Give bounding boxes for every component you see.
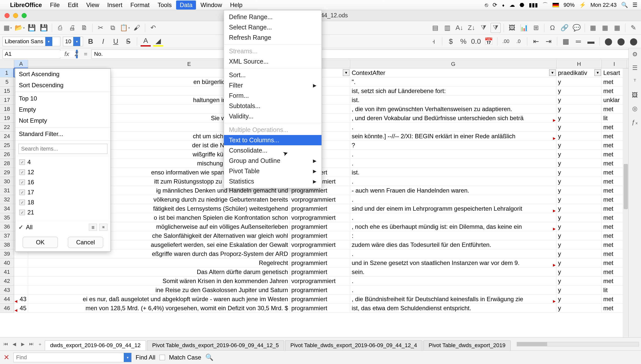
cell[interactable]: Das Altern dürfte darum genetisch (28, 267, 290, 276)
menu-edit[interactable]: Edit (64, 1, 82, 10)
row-header[interactable]: 34 (0, 204, 14, 213)
autofilter-ok-button[interactable]: OK (23, 237, 58, 248)
font-name-dropdown-icon[interactable]: ▾ (45, 37, 52, 46)
cell[interactable]: Somit wären Krisen in den kommenden Jahr… (28, 277, 290, 285)
autofilter-toolbar-button[interactable]: ▥ (442, 23, 452, 33)
row-header[interactable]: 26 (0, 150, 14, 159)
tab-next-button[interactable]: ▶ (19, 340, 27, 348)
headers-button[interactable]: ▦ (588, 23, 598, 33)
sum-icon[interactable]: Σ (73, 51, 80, 58)
menu-insert[interactable]: Insert (104, 1, 126, 10)
equals-icon[interactable]: = (82, 51, 89, 58)
row-header[interactable]: 5 (0, 77, 14, 86)
sort-button[interactable]: ▤ (430, 23, 440, 33)
cell[interactable]: ContextAfter▼ (350, 68, 556, 77)
row-header[interactable]: 43 (0, 286, 14, 295)
row-header[interactable]: 18 (0, 105, 14, 114)
sort-desc-button[interactable]: Z↓ (466, 23, 476, 33)
cell[interactable]: y (556, 267, 602, 276)
cell[interactable] (14, 277, 28, 285)
autofilter-empty[interactable]: Empty (15, 104, 110, 115)
horizontal-scrollbar[interactable] (517, 342, 639, 346)
borders-button[interactable]: ▦ (561, 36, 571, 47)
data-menu-item[interactable]: XML Source... (224, 56, 322, 67)
cell[interactable]: vorprogrammiert (290, 240, 350, 249)
autofilter-sort-asc[interactable]: Sort Ascending (15, 69, 110, 80)
cell[interactable]: - auch wenn Frauen die Handelnden waren. (350, 186, 556, 195)
cell[interactable]: ei es nur, daß ausgelotet und abgeklopft… (28, 295, 290, 303)
autofilter-value-row[interactable]: ✓17 (18, 187, 107, 197)
autofilter-button[interactable]: ▼ (343, 69, 349, 76)
autofilter-sort-desc[interactable]: Sort Descending (15, 80, 110, 91)
sidebar-properties-icon[interactable]: ☰ (630, 63, 639, 72)
merge-button[interactable]: ⫞ (428, 36, 438, 47)
autofilter-value-row[interactable]: ✓21 (18, 207, 107, 217)
find-input-box[interactable]: ▾ (13, 353, 132, 362)
find-dropdown-icon[interactable]: ▾ (124, 353, 131, 362)
col-header-H[interactable]: H (556, 60, 602, 68)
checkbox-icon[interactable]: ✓ (19, 190, 25, 195)
autofilter-value-list[interactable]: ✓4✓12✓16✓17✓18✓21 (15, 156, 110, 221)
autofilter-value-row[interactable]: ✓16 (18, 177, 107, 187)
name-box[interactable]: ▾ (3, 50, 60, 59)
number-button[interactable]: 0.0 (471, 36, 481, 47)
row-header[interactable]: 41 (0, 267, 14, 277)
find-all-button[interactable]: Find All (136, 354, 155, 361)
cell[interactable]: . (350, 159, 556, 168)
cell[interactable]: programmiert (290, 204, 350, 213)
tab-first-button[interactable]: ⏮ (2, 340, 10, 348)
cell[interactable]: . (350, 277, 556, 285)
data-menu-item[interactable]: Sort... (224, 70, 322, 80)
font-size-combo[interactable]: 10 ▾ (63, 37, 83, 46)
cell[interactable]: sind und der einem im Lehrprogramm gespe… (350, 204, 556, 213)
cell[interactable]: vorprogrammiert (290, 213, 350, 222)
data-menu-item[interactable]: Pivot Table▶ (224, 166, 322, 176)
cell[interactable]: ine Reise zu den Gaskolossen Jupiter und… (28, 286, 290, 294)
data-menu-item[interactable]: Subtotals... (224, 101, 322, 111)
tab-last-button[interactable]: ⏭ (28, 340, 35, 348)
menu-file[interactable]: File (47, 1, 63, 10)
percent-button[interactable]: % (458, 36, 468, 47)
autofilter-button[interactable]: ▼ (594, 69, 601, 76)
row-header[interactable]: 22 (0, 123, 14, 132)
autofilter-standard-filter[interactable]: Standard Filter... (15, 128, 110, 140)
cell[interactable]: programmiert (290, 267, 350, 276)
cell[interactable]: y (556, 150, 602, 159)
cell[interactable]: zudem wäre dies das Todesurteil für den … (350, 240, 556, 249)
cloud-icon[interactable]: ☁ (509, 2, 515, 8)
row-header[interactable]: 38 (0, 240, 14, 249)
cell[interactable]: y (556, 231, 602, 240)
cell[interactable]: y (556, 240, 602, 249)
undo-button[interactable]: ↶ (148, 23, 158, 33)
cell[interactable] (14, 286, 28, 294)
data-menu-item[interactable]: Group and Outline▶ (224, 156, 322, 166)
autofilter-search-input[interactable] (18, 144, 107, 154)
dropbox-icon[interactable]: ⬧ (502, 2, 505, 8)
col-header-I[interactable]: I (602, 60, 627, 68)
pivot-button[interactable]: ⊞ (531, 23, 541, 33)
special-char-button[interactable]: Ω (547, 23, 557, 33)
row-header[interactable]: 29 (0, 168, 14, 177)
autofilter-value-row[interactable]: ✓4 (18, 157, 107, 167)
checkbox-icon[interactable]: ✓ (19, 159, 25, 165)
sidebar-functions-icon[interactable]: ƒₓ (630, 118, 639, 127)
close-window-button[interactable] (5, 13, 10, 18)
autofilter-hideall-icon[interactable]: ≡ (99, 224, 107, 231)
border-style-button[interactable]: ═ (573, 36, 583, 47)
autofilter-active-button[interactable]: ⧩ (491, 23, 501, 33)
cell[interactable]: y (556, 222, 602, 231)
bluetooth-icon[interactable]: ⎋ (485, 2, 488, 8)
pdf-export-button[interactable]: ⎙ (55, 23, 65, 33)
cell[interactable]: programmiert (290, 231, 350, 240)
cell[interactable]: men von 128,5 Mrd. (+ 6,4%) vorgesehen, … (28, 304, 290, 312)
remove-decimal-button[interactable]: .0 (513, 36, 524, 47)
data-menu-item[interactable]: Select Range... (224, 22, 322, 32)
row-header[interactable]: 1 (0, 68, 14, 77)
col-header-A[interactable]: A (14, 60, 28, 68)
copy-button[interactable]: ⧉ (108, 23, 118, 33)
cell[interactable]: y (556, 123, 602, 131)
cell[interactable]: . (350, 213, 556, 222)
data-menu-item[interactable]: Filter▶ (224, 80, 322, 90)
cell[interactable]: . (350, 150, 556, 159)
cell[interactable]: , die Bündnisfreiheit für Deutschland ke… (350, 295, 556, 303)
